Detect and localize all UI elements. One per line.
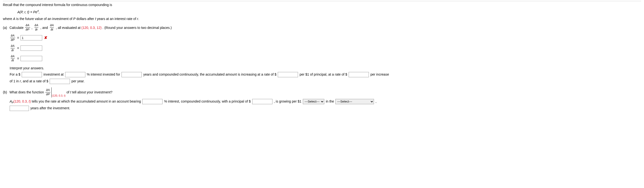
den: ∂t: [50, 27, 54, 32]
interpret-line1: For a $ investment at % interest investe…: [10, 72, 641, 77]
pb-percent-input[interactable]: [142, 99, 162, 104]
frac-dadp-a: ∂A∂P: [10, 34, 15, 42]
eval-a: , all evaluated at: [56, 25, 80, 30]
var-P: P: [73, 17, 76, 21]
formula: A(P, r, t) = Pert,: [17, 9, 641, 14]
num: ∂A: [45, 88, 50, 92]
t: investment at: [44, 72, 64, 77]
num: ∂A: [10, 44, 15, 48]
pb-q1: What does the function: [10, 90, 44, 94]
t: ,: [376, 99, 376, 104]
t: For a $: [10, 72, 20, 77]
pb-select1[interactable]: ---Select---: [303, 99, 324, 104]
frac-dadr-a: ∂A∂r: [10, 44, 15, 52]
den: ∂t: [11, 58, 15, 63]
t: , and at a rate of $: [21, 79, 48, 83]
t: years after the investment.: [30, 106, 70, 110]
interp-rate3-input[interactable]: [50, 79, 70, 84]
and: , and: [40, 25, 48, 30]
x-mark-icon: ✘: [44, 35, 47, 40]
part-a-label: (a): [3, 25, 7, 30]
frac-dadr: ∂A∂r: [34, 23, 39, 32]
t: of: [66, 90, 70, 94]
den: ∂r: [34, 27, 38, 32]
frac-dadp-b: ∂A∂P: [45, 88, 50, 97]
interpret-line2: of 1 in r, and at a rate of $ per year.: [10, 79, 641, 84]
interp-rate1-input[interactable]: [278, 72, 298, 77]
den: ∂P: [10, 38, 15, 42]
frac-dadt-a: ∂A∂t: [10, 54, 15, 63]
num: ∂A: [25, 23, 30, 27]
intro-line2: where A is the future value of an invest…: [3, 17, 641, 21]
t: per year.: [71, 79, 84, 83]
eval-point: (120, 0.3, 12): [82, 25, 102, 30]
eq: =: [17, 46, 19, 50]
interp-rate2-input[interactable]: [349, 72, 369, 77]
num: ∂A: [50, 23, 54, 27]
interpret-head: Interpret your answers.: [10, 66, 641, 70]
pb-principal-input[interactable]: [252, 99, 272, 104]
var-A: A: [13, 17, 15, 21]
answer-row-dadt: ∂A∂t =: [10, 54, 641, 63]
arg: (120, 0.3,: [14, 99, 29, 103]
eval-bar: ∂A∂P (120, 0.3, t): [45, 87, 65, 97]
formula-lhs: A(P, r, t) = Pe: [17, 10, 37, 14]
interp-invest-input[interactable]: [22, 72, 42, 77]
interp-years-input[interactable]: [122, 72, 142, 77]
calc-word: Calculate: [10, 25, 24, 30]
t: % interest, compounded continuously, wit…: [164, 99, 250, 104]
interp-rate-input[interactable]: [65, 72, 85, 77]
frac-dadp: ∂A∂P: [25, 23, 30, 32]
dadp-input[interactable]: [20, 35, 42, 40]
den: ∂P: [25, 27, 30, 32]
answer-row-dadr: ∂A∂r =: [10, 44, 641, 52]
part-b-line3: years after the investment.: [10, 106, 641, 111]
t: years and compounded continuously, the a…: [143, 72, 276, 77]
t: per $1 of principal, at a rate of $: [300, 72, 347, 77]
part-b-line2: AP(120, 0.3, t) tells you the rate at wh…: [10, 99, 641, 104]
formula-comma: ,: [39, 10, 40, 14]
t: .: [138, 17, 139, 21]
eval-b: . (Round your answers to two decimal pla…: [102, 25, 172, 30]
part-b-prompt: (b) What does the function ∂A∂P (120, 0.…: [3, 87, 641, 97]
intro-line1: Recall that the compound interest formul…: [3, 3, 112, 7]
t: per increase: [370, 72, 389, 77]
t: tells you the rate at which the accumula…: [31, 99, 141, 103]
t: dollars after: [76, 17, 95, 21]
eval-pipe-icon: [51, 87, 52, 97]
pb-years-input[interactable]: [10, 106, 29, 111]
eq: =: [17, 36, 19, 40]
t: % interest invested for: [87, 72, 120, 77]
t: in the: [326, 99, 334, 104]
dadr-input[interactable]: [20, 45, 42, 51]
comma: ,: [32, 25, 32, 30]
den: ∂P: [45, 92, 50, 97]
den: ∂r: [10, 48, 15, 52]
sub-P: P: [12, 101, 14, 104]
part-a-prompt: (a) Calculate ∂A∂P, ∂A∂r, and ∂A∂t , all…: [3, 23, 641, 32]
t: years at an interest rate of: [96, 17, 137, 21]
frac-dadt: ∂A∂t: [50, 23, 54, 32]
dadt-input[interactable]: [20, 56, 42, 61]
t: tell about your investment?: [71, 90, 112, 94]
t: , is growing per $1: [274, 99, 302, 104]
eq: =: [17, 56, 19, 61]
t: where: [3, 17, 13, 21]
num: ∂A: [10, 34, 15, 38]
num: ∂A: [10, 54, 15, 58]
part-b-label: (b): [3, 90, 7, 94]
answer-row-dadp: ∂A∂P = ✘: [10, 34, 641, 42]
t: is the future value of an investment of: [15, 17, 73, 21]
var-A: A: [10, 99, 12, 103]
num: ∂A: [34, 23, 39, 27]
eval-sub: (120, 0.3, t): [52, 94, 65, 97]
pb-select2[interactable]: ---Select---: [336, 99, 374, 104]
t: of 1 in: [10, 79, 20, 83]
